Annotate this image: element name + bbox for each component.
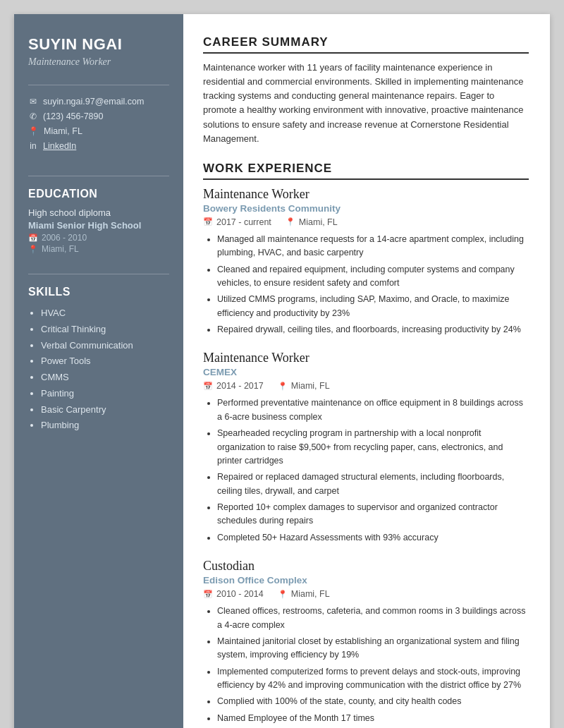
job-location: Miami, FL (299, 217, 338, 227)
job-dates: 2010 - 2014 (216, 589, 264, 599)
bullet-item: Repaired drywall, ceiling tiles, and flo… (217, 323, 529, 336)
calendar-icon: 📅 (203, 217, 213, 226)
bullet-item: Maintained janitorial closet by establis… (217, 635, 529, 662)
skill-item: Plumbing (41, 418, 169, 434)
job-location: Miami, FL (291, 381, 330, 391)
phone-icon: ✆ (28, 111, 38, 121)
bullet-item: Complied with 100% of the state, county,… (217, 695, 529, 708)
skills-heading: SKILLS (28, 286, 169, 298)
job-company: CEMEX (203, 367, 529, 377)
job-dates: 2017 - current (216, 217, 271, 227)
edu-location-icon: 📍 (28, 245, 38, 254)
job-dates-item: 📅 2017 - current (203, 217, 271, 227)
job-location-item: 📍 Miami, FL (278, 589, 330, 599)
phone-value: (123) 456-7890 (43, 111, 103, 121)
bullet-item: Managed all maintenance requests for a 1… (217, 233, 529, 260)
education-section: EDUCATION High school diploma Miami Seni… (28, 176, 169, 254)
job-location-item: 📍 Miami, FL (286, 217, 338, 227)
job-dates-item: 📅 2014 - 2017 (203, 381, 264, 391)
bullet-item: Implemented computerized forms to preven… (217, 665, 529, 693)
edu-location: 📍 Miami, FL (28, 244, 169, 254)
email-icon: ✉ (28, 97, 38, 107)
resume-container: SUYIN NGAI Maintenance Worker ✉ suyin.ng… (14, 14, 550, 728)
work-experience-section: WORK EXPERIENCE Maintenance Worker Bower… (203, 162, 529, 725)
sidebar: SUYIN NGAI Maintenance Worker ✉ suyin.ng… (14, 14, 183, 728)
job-location-item: 📍 Miami, FL (278, 381, 330, 391)
bullet-item: Repaired or replaced damaged structural … (217, 471, 529, 498)
work-experience-heading: WORK EXPERIENCE (203, 162, 529, 180)
jobs-container: Maintenance Worker Bowery Residents Comm… (203, 187, 529, 725)
phone-item: ✆ (123) 456-7890 (28, 111, 169, 121)
calendar-icon: 📅 (203, 590, 213, 599)
bullet-item: Cleaned offices, restrooms, cafeteria, a… (217, 605, 529, 632)
job-title: Custodian (203, 559, 529, 574)
skill-item: Verbal Communication (41, 338, 169, 354)
calendar-icon: 📅 (203, 382, 213, 391)
linkedin-icon: in (28, 141, 38, 151)
skill-item: Basic Carpentry (41, 402, 169, 418)
job-dates: 2014 - 2017 (216, 381, 264, 391)
linkedin-item[interactable]: in LinkedIn (28, 141, 169, 151)
skill-item: Painting (41, 386, 169, 402)
bullet-item: Named Employee of the Month 17 times (217, 712, 529, 725)
calendar-icon: 📅 (28, 233, 38, 243)
bullet-item: Performed preventative maintenance on of… (217, 396, 529, 424)
job-dates-item: 📅 2010 - 2014 (203, 589, 264, 599)
map-pin-icon: 📍 (278, 382, 288, 391)
map-pin-icon: 📍 (278, 590, 288, 599)
job-company: Edison Office Complex (203, 575, 529, 586)
skill-item: CMMS (41, 370, 169, 386)
location-item: 📍 Miami, FL (28, 126, 169, 136)
edu-school: Miami Senior High School (28, 220, 169, 231)
candidate-title: Maintenance Worker (28, 56, 169, 68)
job-block: Maintenance Worker Bowery Residents Comm… (203, 187, 529, 337)
job-meta: 📅 2014 - 2017 📍 Miami, FL (203, 381, 529, 391)
job-location: Miami, FL (291, 589, 330, 599)
skills-section: SKILLS HVACCritical ThinkingVerbal Commu… (28, 274, 169, 434)
education-heading: EDUCATION (28, 188, 169, 200)
skills-list: HVACCritical ThinkingVerbal Communicatio… (28, 305, 169, 434)
map-pin-icon: 📍 (286, 217, 295, 226)
location-icon: 📍 (28, 126, 39, 136)
linkedin-link[interactable]: LinkedIn (43, 141, 76, 151)
job-block: Custodian Edison Office Complex 📅 2010 -… (203, 559, 529, 725)
job-block: Maintenance Worker CEMEX 📅 2014 - 2017 📍… (203, 351, 529, 545)
bullet-item: Reported 10+ complex damages to supervis… (217, 501, 529, 528)
contact-section: ✉ suyin.ngai.97@email.com ✆ (123) 456-78… (28, 85, 169, 156)
job-title: Maintenance Worker (203, 187, 529, 202)
candidate-name: SUYIN NGAI (28, 35, 169, 54)
bullet-item: Cleaned and repaired equipment, includin… (217, 263, 529, 291)
bullet-item: Utilized CMMS programs, including SAP, M… (217, 293, 529, 320)
career-summary-heading: CAREER SUMMARY (203, 35, 529, 54)
career-summary-text: Maintenance worker with 11 years of faci… (203, 61, 529, 146)
main-content: CAREER SUMMARY Maintenance worker with 1… (183, 14, 550, 728)
job-bullets: Cleaned offices, restrooms, cafeteria, a… (203, 605, 529, 725)
email-value: suyin.ngai.97@email.com (43, 97, 144, 107)
job-company: Bowery Residents Community (203, 203, 529, 214)
edu-degree: High school diploma (28, 207, 169, 218)
job-meta: 📅 2010 - 2014 📍 Miami, FL (203, 589, 529, 599)
skill-item: Critical Thinking (41, 322, 169, 338)
skill-item: Power Tools (41, 353, 169, 370)
job-meta: 📅 2017 - current 📍 Miami, FL (203, 217, 529, 227)
location-value: Miami, FL (44, 126, 82, 136)
bullet-item: Spearheaded recycling program in partner… (217, 427, 529, 468)
email-item: ✉ suyin.ngai.97@email.com (28, 97, 169, 107)
skill-item: HVAC (41, 305, 169, 322)
job-bullets: Managed all maintenance requests for a 1… (203, 233, 529, 337)
job-bullets: Performed preventative maintenance on of… (203, 396, 529, 545)
career-summary-section: CAREER SUMMARY Maintenance worker with 1… (203, 35, 529, 146)
bullet-item: Completed 50+ Hazard Assessments with 93… (217, 531, 529, 545)
job-title: Maintenance Worker (203, 351, 529, 365)
edu-dates: 📅 2006 - 2010 (28, 233, 169, 243)
